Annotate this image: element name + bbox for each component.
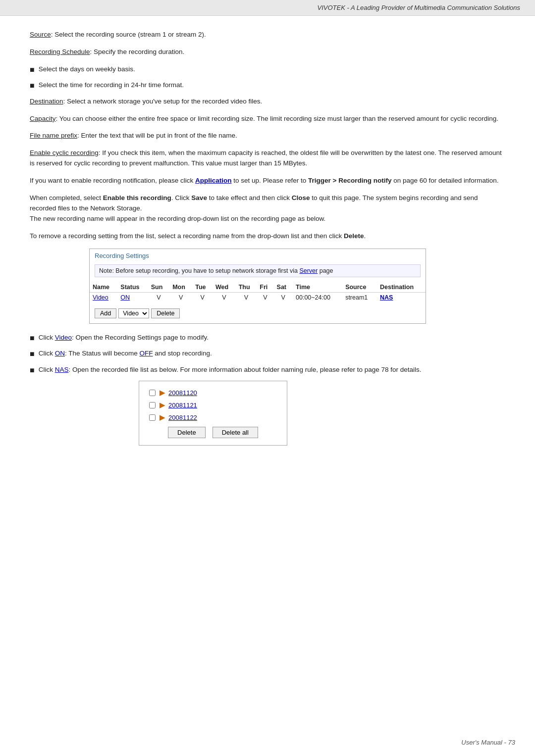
nas-checkbox-3[interactable] xyxy=(149,414,156,421)
row-source: stream1 xyxy=(342,292,377,302)
col-status: Status xyxy=(117,282,148,293)
completed-p2: . Click xyxy=(171,194,192,202)
enable-cyclic-paragraph: Enable cyclic recording: If you check th… xyxy=(30,148,505,169)
remove-delete: Delete xyxy=(344,232,364,240)
row-mon: V xyxy=(169,292,192,302)
bullet-video-text: : Open the Recording Settings page to mo… xyxy=(72,334,209,341)
row-thu: V xyxy=(236,292,257,302)
bullet-days: ■ Select the days on weekly basis. xyxy=(30,64,505,75)
remove-p1: To remove a recording setting from the l… xyxy=(30,232,344,240)
table-header: Name Status Sun Mon Tue Wed Thu Fri Sat … xyxy=(90,282,426,293)
completed-enable: Enable this recording xyxy=(103,194,171,202)
nas-checkbox-1[interactable] xyxy=(149,390,156,396)
col-fri: Fri xyxy=(257,282,273,293)
col-source: Source xyxy=(342,282,377,293)
table-row: Video ON V V V V V V V 00:00~24:00 strea… xyxy=(90,292,426,302)
bullet-icon-3: ■ xyxy=(30,333,35,344)
row-sun: V xyxy=(148,292,170,302)
bullet-nas-content: Click NAS: Open the recorded file list a… xyxy=(39,365,422,375)
col-thu: Thu xyxy=(236,282,257,293)
file-name-prefix-paragraph: File name prefix: Enter the text that wi… xyxy=(30,131,505,141)
page: VIVOTEK - A Leading Provider of Multimed… xyxy=(0,0,535,756)
recording-dropdown[interactable]: Video xyxy=(118,308,149,318)
row-name[interactable]: Video xyxy=(90,292,117,302)
table-header-row: Name Status Sun Mon Tue Wed Thu Fri Sat … xyxy=(90,282,426,293)
bullet-time-text: Select the time for recording in 24-hr t… xyxy=(39,80,184,91)
file-name-prefix-label: File name prefix xyxy=(30,132,77,139)
nas-folder-icon-1: ▶ xyxy=(160,388,165,397)
completed-p5: The new recording name will appear in th… xyxy=(30,215,325,222)
note-suffix: page xyxy=(320,267,333,274)
table-body: Video ON V V V V V V V 00:00~24:00 strea… xyxy=(90,292,426,302)
note-text: Note: Before setup recording, you have t… xyxy=(99,267,298,274)
nas-row-1: ▶ 20081120 xyxy=(149,388,277,397)
capacity-text: : You can choose either the entire free … xyxy=(56,115,498,122)
col-wed: Wed xyxy=(213,282,236,293)
bullet-nas: ■ Click NAS: Open the recorded file list… xyxy=(30,365,505,376)
nas-file-list-box: ▶ 20081120 ▶ 20081121 ▶ 20081122 Delete … xyxy=(139,381,287,446)
bullet-days-text: Select the days on weekly basis. xyxy=(39,64,135,75)
nas-delete-all-button[interactable]: Delete all xyxy=(213,427,258,438)
add-button[interactable]: Add xyxy=(95,308,116,318)
source-label: Source xyxy=(30,31,51,38)
notification-paragraph: If you want to enable recording notifica… xyxy=(30,176,505,186)
bullet-icon-1: ■ xyxy=(30,64,35,75)
bullet-video-content: Click Video: Open the Recording Settings… xyxy=(39,333,209,343)
source-paragraph: Source: Select the recording source (str… xyxy=(30,30,505,40)
row-time: 00:00~24:00 xyxy=(293,292,342,302)
row-sat: V xyxy=(274,292,293,302)
bullet-on-text: : The Status will become xyxy=(65,350,140,357)
file-name-prefix-text: : Enter the text that will be put in fro… xyxy=(77,132,237,139)
col-sat: Sat xyxy=(274,282,293,293)
server-link[interactable]: Server xyxy=(299,267,318,274)
recording-buttons: Add Video Delete xyxy=(90,306,426,323)
delete-button[interactable]: Delete xyxy=(151,308,180,318)
application-link[interactable]: Application xyxy=(195,177,232,184)
nas-file-2[interactable]: 20081121 xyxy=(168,402,197,409)
enable-cyclic-label: Enable cyclic recording xyxy=(30,149,99,156)
row-destination[interactable]: NAS xyxy=(377,292,426,302)
recording-schedule-label: Recording Schedule xyxy=(30,48,90,55)
notification-p2: to set up. Please refer to xyxy=(231,177,308,184)
completed-paragraph: When completed, select Enable this recor… xyxy=(30,193,505,224)
nas-file-1[interactable]: 20081120 xyxy=(168,389,197,397)
bullet-on-content: Click ON: The Status will become OFF and… xyxy=(39,349,212,359)
destination-text: : Select a network storage you've setup … xyxy=(63,98,263,105)
row-wed: V xyxy=(213,292,236,302)
completed-p1: When completed, select xyxy=(30,194,103,202)
remove-p2: . xyxy=(364,232,366,240)
nas-folder-icon-2: ▶ xyxy=(160,401,165,409)
row-fri: V xyxy=(257,292,273,302)
footer-text: User's Manual - 73 xyxy=(461,739,515,746)
nas-folder-icon-3: ▶ xyxy=(160,413,165,422)
col-name: Name xyxy=(90,282,117,293)
row-status[interactable]: ON xyxy=(117,292,148,302)
on-link[interactable]: ON xyxy=(55,350,65,357)
col-mon: Mon xyxy=(169,282,192,293)
bullet-video: ■ Click Video: Open the Recording Settin… xyxy=(30,333,505,344)
nas-delete-button[interactable]: Delete xyxy=(168,427,206,438)
recording-schedule-paragraph: Recording Schedule: Specify the recordin… xyxy=(30,47,505,57)
off-link[interactable]: OFF xyxy=(140,350,153,357)
col-time: Time xyxy=(293,282,342,293)
recording-note: Note: Before setup recording, you have t… xyxy=(95,264,421,277)
bullet-icon-2: ■ xyxy=(30,80,35,91)
page-header: VIVOTEK - A Leading Provider of Multimed… xyxy=(0,0,535,16)
bullet-icon-4: ■ xyxy=(30,349,35,359)
recording-settings-box: Recording Settings Note: Before setup re… xyxy=(89,249,426,324)
completed-save: Save xyxy=(191,194,207,202)
nas-link[interactable]: NAS xyxy=(55,366,69,373)
video-link[interactable]: Video xyxy=(55,334,72,341)
bullet-icon-5: ■ xyxy=(30,365,35,376)
nas-checkbox-2[interactable] xyxy=(149,402,156,408)
recording-table: Name Status Sun Mon Tue Wed Thu Fri Sat … xyxy=(90,282,426,302)
nas-file-3[interactable]: 20081122 xyxy=(168,414,197,421)
col-destination: Destination xyxy=(377,282,426,293)
capacity-label: Capacity xyxy=(30,115,56,122)
header-title: VIVOTEK - A Leading Provider of Multimed… xyxy=(318,4,520,11)
destination-label: Destination xyxy=(30,98,63,105)
bullet-nas-text: : Open the recorded file list as below. … xyxy=(68,366,421,373)
col-sun: Sun xyxy=(148,282,170,293)
capacity-paragraph: Capacity: You can choose either the enti… xyxy=(30,114,505,124)
enable-cyclic-text: : If you check this item, when the maxim… xyxy=(30,149,502,167)
